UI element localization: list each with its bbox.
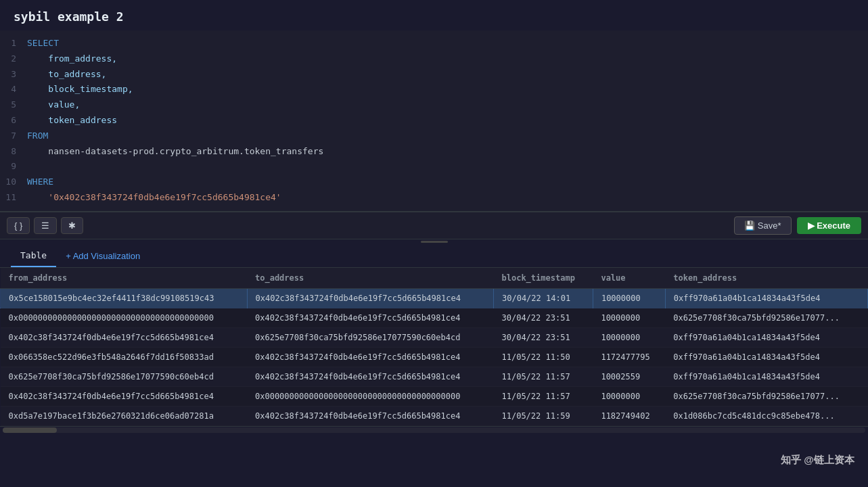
- table-row[interactable]: 0x066358ec522d96e3fb548a2646f7dd16f50833…: [1, 347, 868, 367]
- code-line-2: 2 from_address,: [0, 51, 868, 67]
- cell-block_timestamp: 11/05/22 11:57: [494, 367, 593, 386]
- cell-value: 10000000: [593, 386, 665, 406]
- toolbar-left: { } ☰ ✱: [7, 217, 83, 234]
- line-number: 2: [0, 52, 27, 66]
- code-content: FROM: [27, 129, 48, 143]
- cell-to_address: 0x402c38f343724f0db4e6e19f7cc5d665b4981c…: [247, 367, 494, 386]
- cell-block_timestamp: 30/04/22 23:51: [494, 308, 593, 327]
- code-line-5: 5 value,: [0, 97, 868, 113]
- cell-from_address: 0x5ce158015e9bc4ec32ef4411f38dc99108519c…: [1, 288, 248, 308]
- line-number: 3: [0, 68, 27, 82]
- column-header-from-address: from_address: [1, 268, 248, 289]
- drag-handle-bar: [421, 241, 448, 243]
- line-number: 8: [0, 145, 27, 159]
- cell-value: 10000000: [593, 288, 665, 308]
- toolbar: { } ☰ ✱ 💾 Save* ▶ Execute: [0, 212, 868, 239]
- results-table: from_address to_address block_timestamp …: [0, 268, 868, 426]
- cell-from_address: 0x625e7708f30ca75bfd92586e17077590c60eb4…: [1, 367, 248, 386]
- table-header-row: from_address to_address block_timestamp …: [1, 268, 868, 289]
- code-line-11: 11 '0x402c38f343724f0db4e6e19f7cc5d665b4…: [0, 190, 868, 206]
- cell-block_timestamp: 30/04/22 14:01: [494, 288, 593, 308]
- settings-button[interactable]: ✱: [61, 217, 83, 234]
- column-header-token-address: token_address: [665, 268, 867, 289]
- column-header-value: value: [593, 268, 665, 289]
- cell-to_address: 0x402c38f343724f0db4e6e19f7cc5d665b4981c…: [247, 308, 494, 327]
- cell-token_address: 0xff970a61a04b1ca14834a43f5de4: [665, 367, 867, 386]
- cell-from_address: 0x402c38f343724f0db4e6e19f7cc5d665b4981c…: [1, 327, 248, 347]
- code-line-9: 9: [0, 159, 868, 175]
- cell-block_timestamp: 11/05/22 11:59: [494, 406, 593, 425]
- code-editor[interactable]: 1 SELECT 2 from_address, 3 to_address, 4…: [0, 30, 868, 212]
- watermark: 知乎 @链上资本: [781, 454, 854, 467]
- cell-token_address: 0xff970a61a04b1ca14834a43f5de4: [665, 288, 867, 308]
- code-line-7: 7 FROM: [0, 129, 868, 144]
- cell-to_address: 0x402c38f343724f0db4e6e19f7cc5d665b4981c…: [247, 406, 494, 425]
- code-line-8: 8 nansen-datasets-prod.crypto_arbitrum.t…: [0, 144, 868, 160]
- add-visualization-button[interactable]: + Add Visualization: [59, 246, 147, 266]
- cell-value: 10000000: [593, 327, 665, 347]
- line-number: 10: [0, 175, 27, 189]
- cell-token_address: 0xff970a61a04b1ca14834a43f5de4: [665, 347, 867, 367]
- drag-handle[interactable]: [0, 239, 868, 245]
- line-number: 11: [0, 191, 27, 205]
- cell-value: 10002559: [593, 367, 665, 386]
- cell-token_address: 0x1d086bc7cd5c481dcc9c85ebe478...: [665, 406, 867, 425]
- code-content: from_address,: [27, 52, 117, 66]
- tab-table[interactable]: Table: [11, 245, 56, 267]
- column-header-to-address: to_address: [247, 268, 494, 289]
- code-line-6: 6 token_address: [0, 113, 868, 129]
- scrollbar-thumb[interactable]: [3, 427, 57, 433]
- table-row[interactable]: 0x00000000000000000000000000000000000000…: [1, 308, 868, 327]
- line-number: 6: [0, 114, 27, 128]
- cell-value: 1182749402: [593, 406, 665, 425]
- save-button[interactable]: 💾 Save*: [734, 216, 791, 235]
- cell-token_address: 0x625e7708f30ca75bfd92586e17077...: [665, 386, 867, 406]
- cell-block_timestamp: 11/05/22 11:57: [494, 386, 593, 406]
- table-row[interactable]: 0x402c38f343724f0db4e6e19f7cc5d665b4981c…: [1, 386, 868, 406]
- scrollbar-track[interactable]: [3, 427, 865, 433]
- cell-from_address: 0x402c38f343724f0db4e6e19f7cc5d665b4981c…: [1, 386, 248, 406]
- line-number: 4: [0, 83, 27, 97]
- results-section: Table + Add Visualization from_address t…: [0, 245, 868, 434]
- cell-block_timestamp: 30/04/22 23:51: [494, 327, 593, 347]
- cell-value: 1172477795: [593, 347, 665, 367]
- toolbar-right: 💾 Save* ▶ Execute: [734, 216, 861, 235]
- tabs-row: Table + Add Visualization: [0, 245, 868, 268]
- page-title: sybil example 2: [0, 0, 868, 30]
- table-row[interactable]: 0x402c38f343724f0db4e6e19f7cc5d665b4981c…: [1, 327, 868, 347]
- cell-token_address: 0x625e7708f30ca75bfd92586e17077...: [665, 308, 867, 327]
- code-content: '0x402c38f343724f0db4e6e19f7cc5d665b4981…: [27, 191, 281, 205]
- execute-button[interactable]: ▶ Execute: [797, 217, 861, 234]
- code-line-1: 1 SELECT: [0, 36, 868, 51]
- line-number: 5: [0, 98, 27, 112]
- code-content: to_address,: [27, 68, 106, 82]
- cell-block_timestamp: 11/05/22 11:50: [494, 347, 593, 367]
- code-content: nansen-datasets-prod.crypto_arbitrum.tok…: [27, 145, 323, 159]
- cell-to_address: 0x402c38f343724f0db4e6e19f7cc5d665b4981c…: [247, 347, 494, 367]
- code-line-4: 4 block_timestamp,: [0, 82, 868, 97]
- table-row[interactable]: 0xd5a7e197bace1f3b26e2760321d6ce06ad0728…: [1, 406, 868, 425]
- cell-from_address: 0x066358ec522d96e3fb548a2646f7dd16f50833…: [1, 347, 248, 367]
- table-row[interactable]: 0x5ce158015e9bc4ec32ef4411f38dc99108519c…: [1, 288, 868, 308]
- code-content: block_timestamp,: [27, 83, 133, 97]
- table-row[interactable]: 0x625e7708f30ca75bfd92586e17077590c60eb4…: [1, 367, 868, 386]
- format-table-button[interactable]: ☰: [34, 217, 57, 234]
- line-number: 1: [0, 37, 27, 51]
- format-json-button[interactable]: { }: [7, 217, 30, 234]
- code-line-3: 3 to_address,: [0, 67, 868, 83]
- line-number: 9: [0, 160, 27, 174]
- cell-value: 10000000: [593, 308, 665, 327]
- code-line-10: 10 WHERE: [0, 175, 868, 190]
- cell-from_address: 0xd5a7e197bace1f3b26e2760321d6ce06ad0728…: [1, 406, 248, 425]
- cell-from_address: 0x00000000000000000000000000000000000000…: [1, 308, 248, 327]
- line-number: 7: [0, 129, 27, 143]
- cell-to_address: 0x625e7708f30ca75bfd92586e17077590c60eb4…: [247, 327, 494, 347]
- table-container[interactable]: from_address to_address block_timestamp …: [0, 268, 868, 426]
- cell-token_address: 0xff970a61a04b1ca14834a43f5de4: [665, 327, 867, 347]
- code-content: WHERE: [27, 175, 53, 189]
- code-content: value,: [27, 98, 80, 112]
- bottom-scrollbar[interactable]: [0, 426, 868, 434]
- code-content: token_address: [27, 114, 117, 128]
- cell-to_address: 0x00000000000000000000000000000000000000…: [247, 386, 494, 406]
- column-header-block-timestamp: block_timestamp: [494, 268, 593, 289]
